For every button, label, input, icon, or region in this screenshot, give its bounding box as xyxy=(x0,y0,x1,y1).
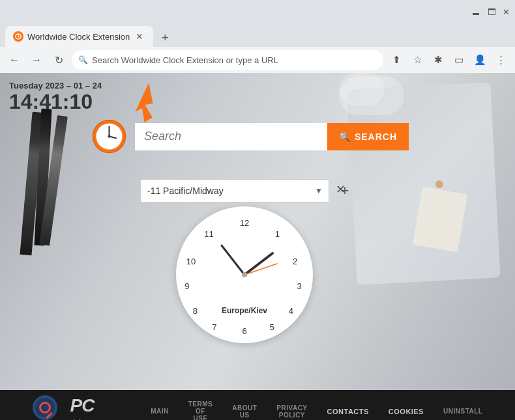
footer-link-privacy[interactable]: PRIVACYPOLICY xyxy=(276,404,307,419)
share-icon[interactable]: ⬆ xyxy=(387,51,405,69)
extensions-icon[interactable]: ✱ xyxy=(429,51,447,69)
footer-link-uninstall[interactable]: UNINSTALL xyxy=(443,408,482,415)
back-icon: ← xyxy=(9,54,20,66)
search-box: 🔍 SEARCH xyxy=(135,123,409,150)
footer-link-terms[interactable]: TERMSOFUSE xyxy=(188,400,213,420)
address-text: Search Worldwide Clock Extension or type… xyxy=(92,55,278,65)
footer-nav: MAIN TERMSOFUSE ABOUTUS PRIVACYPOLICY CO… xyxy=(151,400,482,420)
active-tab[interactable]: Worldwide Clock Extension ✕ xyxy=(5,26,153,47)
clock-logo-icon xyxy=(91,119,127,154)
profile-icon[interactable]: 👤 xyxy=(471,51,489,69)
clock-widget: 12 1 2 3 4 5 6 7 8 9 10 11 xyxy=(176,206,313,343)
footer-link-contacts[interactable]: CONTACTS xyxy=(327,408,369,415)
window-collapse-icon[interactable]: 🗕 xyxy=(471,6,481,18)
pc-logo-container xyxy=(33,395,65,421)
refresh-button[interactable]: ↻ xyxy=(50,51,68,69)
svg-line-8 xyxy=(244,253,272,275)
footer-logo-text: PC risk.com xyxy=(70,395,100,421)
refresh-icon: ↻ xyxy=(55,54,63,66)
back-button[interactable]: ← xyxy=(5,51,23,69)
tab-close-button[interactable]: ✕ xyxy=(134,31,145,42)
clock-timezone-label: Europe/Kiev xyxy=(222,304,267,316)
title-bar: 🗕 🗖 ✕ xyxy=(0,0,515,23)
date-text: Tuesday 2023 – 01 – 24 xyxy=(9,81,102,91)
forward-icon: → xyxy=(31,54,42,66)
analog-clock-face: 12 1 2 3 4 5 6 7 8 9 10 11 xyxy=(176,206,313,343)
close-timezone-button[interactable]: ✕ xyxy=(336,182,346,197)
window-expand-icon[interactable]: 🗖 xyxy=(488,7,496,17)
tab-favicon xyxy=(13,31,23,42)
timezone-area: -11 Pacific/Midway -10 Pacific/Honolulu … xyxy=(140,179,354,203)
footer: PC risk.com MAIN TERMSOFUSE ABOUTUS PRIV… xyxy=(0,390,515,420)
window-close-icon[interactable]: ✕ xyxy=(503,7,510,17)
datetime-display: Tuesday 2023 – 01 – 24 14:41:10 xyxy=(9,81,102,113)
tab-title: Worldwide Clock Extension xyxy=(27,32,130,42)
footer-link-cookies[interactable]: COOKIES xyxy=(389,408,424,415)
magnifier-icon xyxy=(33,395,57,420)
tab-bar: Worldwide Clock Extension ✕ + xyxy=(0,23,515,47)
timezone-select[interactable]: -11 Pacific/Midway -10 Pacific/Honolulu … xyxy=(140,179,329,203)
menu-icon[interactable]: ⋮ xyxy=(492,51,510,69)
svg-point-11 xyxy=(242,272,247,277)
timezone-select-wrapper: -11 Pacific/Midway -10 Pacific/Honolulu … xyxy=(140,179,329,203)
footer-logo: PC risk.com xyxy=(33,395,100,421)
svg-point-7 xyxy=(108,135,111,138)
address-bar[interactable]: 🔍 Search Worldwide Clock Extension or ty… xyxy=(72,50,383,70)
splitview-icon[interactable]: ▭ xyxy=(450,51,468,69)
svg-line-10 xyxy=(244,264,277,275)
nav-bar: ← → ↻ 🔍 Search Worldwide Clock Extension… xyxy=(0,47,515,73)
bookmark-icon[interactable]: ☆ xyxy=(408,51,426,69)
footer-link-about[interactable]: ABOUTUS xyxy=(232,404,257,419)
search-button-label: SEARCH xyxy=(355,132,397,142)
svg-line-9 xyxy=(222,245,244,275)
search-area: 🔍 SEARCH xyxy=(91,119,409,154)
footer-link-main[interactable]: MAIN xyxy=(151,408,169,415)
nav-icons-right: ⬆ ☆ ✱ ▭ 👤 ⋮ xyxy=(387,51,510,69)
svg-line-2 xyxy=(18,36,20,37)
browser-chrome: 🗕 🗖 ✕ Worldwide Clock Extension ✕ + ← → … xyxy=(0,0,515,73)
search-button[interactable]: 🔍 SEARCH xyxy=(327,123,409,150)
clock-hands-svg xyxy=(176,206,313,343)
page-content: Tuesday 2023 – 01 – 24 14:41:10 🔍 SEARCH… xyxy=(0,73,515,390)
time-text: 14:41:10 xyxy=(9,91,102,113)
search-input[interactable] xyxy=(135,123,327,150)
search-icon: 🔍 xyxy=(78,55,88,64)
search-button-icon: 🔍 xyxy=(339,132,351,142)
new-tab-button[interactable]: + xyxy=(156,29,174,47)
forward-button[interactable]: → xyxy=(27,51,46,69)
